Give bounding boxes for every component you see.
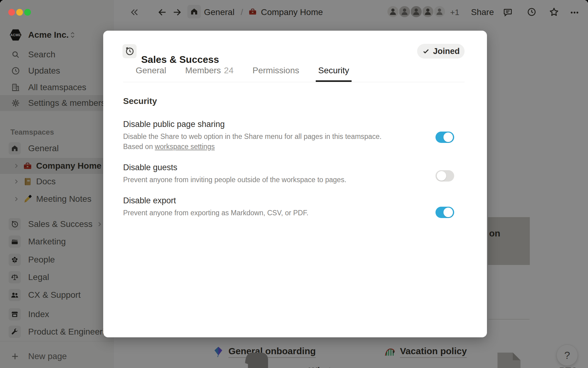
clock-back-icon [125,46,134,56]
setting-disable-public-page-sharing: Disable public page sharing Disable the … [123,120,434,152]
joined-button[interactable]: Joined [417,44,465,59]
setting-description: Prevent anyone from exporting as Markdow… [123,208,434,218]
security-settings-panel: Security Disable public page sharing Dis… [123,96,434,229]
toggle-disable-guests[interactable] [435,170,454,182]
toggle-disable-export[interactable] [435,207,454,218]
check-icon [422,47,430,55]
tab-members[interactable]: Members24 [183,63,236,82]
setting-title: Disable export [123,196,434,205]
setting-description: Prevent anyone from inviting people outs… [123,175,434,185]
notion-app-window: ACME Acme Inc. Search Updates All teamsp… [0,0,588,368]
joined-label: Joined [433,47,460,56]
section-title: Security [123,96,434,106]
setting-disable-export: Disable export Prevent anyone from expor… [123,196,434,218]
teamspace-settings-modal: Sales & Success Joined General Members24… [103,31,487,337]
toggle-disable-public-page-sharing[interactable] [435,132,454,143]
setting-title: Disable public page sharing [123,120,434,129]
setting-title: Disable guests [123,163,434,172]
window-minimize-button[interactable] [16,9,23,16]
window-close-button[interactable] [8,9,15,16]
setting-description: Disable the Share to web option in the S… [123,132,434,152]
window-zoom-button[interactable] [24,9,31,16]
setting-disable-guests: Disable guests Prevent anyone from invit… [123,163,434,185]
modal-tab-bar: General Members24 Permissions Security [123,63,465,82]
tab-security[interactable]: Security [316,63,352,82]
tab-general[interactable]: General [133,63,169,82]
tab-permissions[interactable]: Permissions [250,63,301,82]
members-count-badge: 24 [224,66,233,75]
workspace-settings-link[interactable]: workspace settings [155,143,215,151]
